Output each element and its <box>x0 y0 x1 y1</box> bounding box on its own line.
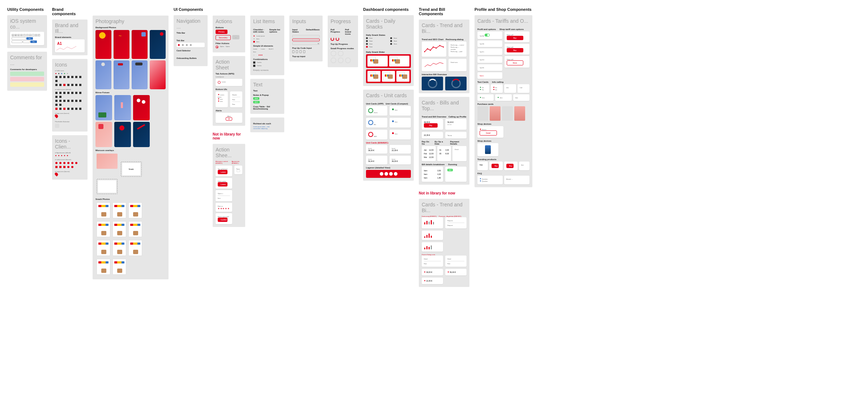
trend-buy-2[interactable]: Buy <box>506 164 514 168</box>
col-header-utility: Utility Components <box>7 7 47 12</box>
tb-trend: Trend and SEO Chart <box>422 38 443 40</box>
inputs-popup: Pop Up Code Input <box>292 47 320 49</box>
pd-3: 22,35 € <box>426 280 432 282</box>
pay-button[interactable]: Pay <box>424 123 438 128</box>
primary-button[interactable]: Primary <box>216 30 227 34</box>
unit-s4: Lageren (detailed View) <box>366 167 411 169</box>
location-pin-icon <box>54 114 59 119</box>
li-simple: Simple list options <box>269 29 281 33</box>
alerts-sub: Alerts <box>216 110 242 112</box>
actions-buttons: Buttons <box>216 26 242 29</box>
ok-button[interactable]: OK <box>226 117 232 121</box>
inputs-topup: Top-up input <box>292 55 320 57</box>
svg-point-5 <box>439 45 441 46</box>
section-inputs: Inputs Input States Default/Basic ▾ Pop … <box>289 16 323 61</box>
purchase-sub: Purchase cards <box>477 103 529 105</box>
btn-2[interactable]: Lorem <box>218 182 227 186</box>
nav-cardsel: Card Selector <box>176 50 205 52</box>
amt2: 56,44 € <box>368 160 374 162</box>
btn-1[interactable]: Lorem <box>218 170 227 174</box>
section-actionsheet-notlib: Action Shee... Aktivrajoun content (B2B/… <box>213 144 245 227</box>
title-tariffs: Cards - Tariffs and O... <box>477 18 529 24</box>
shopdev2-sub: Shop devices <box>477 140 529 142</box>
tariff-sub: Profil and options <box>477 28 496 30</box>
richtext-sub: Richtext als such <box>253 123 281 125</box>
infocall-sub: Info calling <box>492 81 504 83</box>
buy-button-2[interactable]: Buy <box>507 48 523 52</box>
buy-button[interactable]: Buy <box>507 36 523 40</box>
nps-a[interactable]: Lorem <box>222 81 226 84</box>
text-input-error[interactable] <box>292 39 320 41</box>
title-ios: iOS system co... <box>10 18 44 30</box>
icons-l4: Placeholder illustration <box>55 121 85 123</box>
icl1: ● Signals-icons (default) <box>55 152 85 154</box>
bt-topup: Calling up Profile <box>448 116 466 118</box>
section-listitems: List Items Checklist - with notes Simple… <box>250 16 284 75</box>
key-done[interactable]: Go <box>30 40 37 43</box>
bt-dunning: Dunning <box>448 163 457 166</box>
title-tb1: Cards - Trend and Bi... <box>422 22 467 34</box>
section-tariffs: Cards - Tariffs and O... Profil and opti… <box>475 15 532 187</box>
not-in-library-2: Not in library for now <box>419 191 469 195</box>
pill2[interactable]: Option <box>226 46 230 47</box>
prog-bottom: Small Progress modes <box>331 47 355 50</box>
secondary-button[interactable]: Secondary <box>216 35 231 40</box>
svg-point-0 <box>424 51 425 52</box>
details-button[interactable]: Detail <box>480 130 497 136</box>
li-checklist: Checklist - with notes <box>253 29 267 33</box>
col-header-profile: Profile and Shop Components <box>475 7 532 12</box>
trend-buy[interactable]: Buy <box>492 164 499 168</box>
bill-amt-2: 56,44 € <box>447 121 454 123</box>
confirm-btn[interactable]: Confirm <box>218 218 227 222</box>
unit-s3: Unit Cards (B2B/B2C) <box>366 142 411 144</box>
bt-bydate: By Op a Date <box>435 141 448 145</box>
pill1[interactable]: Option <box>220 46 224 47</box>
title-brand: Brand and Ill... <box>55 22 85 34</box>
note-yellow <box>10 82 44 87</box>
bottom-uis-sub: Bottom UIs <box>216 88 242 90</box>
shopdev-sub: Shop devices <box>477 123 529 125</box>
section-trend-bill-2: Cards - Trend and Bi... Kontauszüg (B2B/… <box>419 199 469 287</box>
trend-chart <box>424 44 444 54</box>
section-icons: Icons ● Traffic icons ● medium-icons (de… <box>52 59 88 132</box>
text-copy: Copy Table - Stil Beschreiwung <box>253 106 281 110</box>
inputs-states: Input States <box>292 29 301 33</box>
svg-point-6 <box>443 47 444 48</box>
section-actionsheet1: Action Sheet Tab Actions (NPS) Lorem/ips… <box>213 56 245 126</box>
title-photography: Photography <box>95 18 166 24</box>
prog-pull: Pull Progress <box>331 29 340 35</box>
comments-subtitle: Comments for developers <box>10 68 44 70</box>
section-comments: Comments for ... Comments for developers <box>7 52 47 91</box>
tab-nps-sub: Tab Actions (NPS) <box>216 73 242 75</box>
section-unit-cards: Cards - Unit cards Unit Cards (APP) Unit… <box>363 90 414 181</box>
faq-sub: FAQ <box>477 172 529 175</box>
svg-point-4 <box>436 48 437 49</box>
section-ios: iOS system co... QWERTYUIOP Go Go <box>7 15 47 48</box>
section-daily-snacks: Cards - Daily Snacks Daily Snack States … <box>363 15 414 86</box>
section-brand-ill: Brand and Ill... Brand elements A1 <box>52 20 88 55</box>
title-text: Text <box>253 82 281 87</box>
section-bills-topup: Cards - Bills and Top... Trend and Bill … <box>419 97 469 185</box>
title-icons-client: Icons - Clien... <box>55 138 85 150</box>
nav-tabbar: Tab Bar <box>176 39 205 42</box>
title-unit: Cards - Unit cards <box>366 93 411 98</box>
col-header-dashboard: Dashboard components <box>363 7 414 12</box>
icons-l2: ● medium-icons (default) <box>55 89 85 90</box>
bt-payon: Pay On Ga <box>422 141 433 145</box>
not-in-library-1: Not in library for now <box>213 132 245 140</box>
key-go[interactable]: Go <box>26 37 33 40</box>
tb-overview: Interactive Bill Overview <box>422 73 467 76</box>
section-icons-client: Icons - Clien... ● Signals-icons (defaul… <box>52 135 88 180</box>
title-inputs: Inputs <box>292 18 320 24</box>
more-button[interactable]: More <box>507 60 523 65</box>
ph-sub2: Börse Fotoen <box>95 91 166 94</box>
icons-l1: ● Traffic icons <box>55 70 85 72</box>
text-input[interactable] <box>292 35 320 38</box>
section-navigation: Navigation ... Title Bar Tab Bar Card Se… <box>174 15 208 66</box>
toggle-a[interactable] <box>485 34 490 37</box>
svg-point-3 <box>433 47 434 48</box>
title-daily: Cards - Daily Snacks <box>366 18 411 30</box>
section-progress: Progress Pull Progress Pull brand icons … <box>328 16 358 67</box>
daily-slider: Daily Snack Slider <box>366 51 411 53</box>
section-richtext: Richtext als such Lorem ipsum dolor — li… <box>250 117 284 132</box>
